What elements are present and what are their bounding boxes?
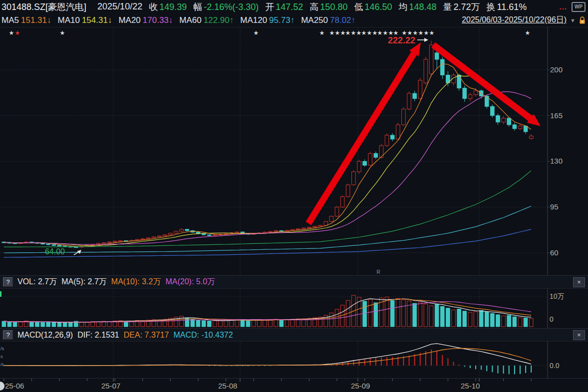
time-axis[interactable]: 25-0625-0725-0825-0925-10 (0, 378, 588, 392)
svg-text:★: ★ (319, 29, 325, 36)
svg-text:★: ★ (60, 29, 65, 36)
quote-field: 高150.80 (309, 1, 347, 13)
svg-text:0: 0 (550, 315, 554, 323)
low-price-annotation: 64.00 (45, 247, 81, 256)
wp-badge-label: WP (575, 4, 583, 9)
ma-indicator-bar: MA5151.31↓MA10154.31↓MA20170.33↓MA60122.… (0, 13, 588, 27)
svg-text:★: ★ (418, 29, 424, 36)
svg-text:★: ★ (383, 29, 388, 36)
volume-help-button[interactable]: ? (3, 277, 13, 287)
wp-monitor-icon[interactable]: WP (572, 2, 586, 12)
svg-text:222.22: 222.22 (388, 35, 415, 45)
volume-close-button[interactable]: × (573, 277, 585, 287)
indicator-value: MACD(12,26,9) (17, 331, 73, 340)
date-range-controls: 2025/06/03-2025/10/22(96日) ▼ (462, 15, 588, 25)
downtrend-arrow (433, 45, 541, 126)
svg-text:64.00: 64.00 (45, 247, 65, 256)
macd-help-button[interactable]: ? (3, 330, 13, 340)
svg-text:★: ★ (424, 29, 429, 36)
indicator-value: MA(20): 5.0万 (165, 277, 215, 287)
ma-value-item: MA60122.90↑ (179, 15, 234, 25)
clock-icon (0, 382, 4, 391)
indicator-value: VOL: 2.7万 (17, 277, 57, 287)
candlestick-series (2, 41, 533, 248)
svg-text:★: ★ (335, 29, 340, 36)
svg-text:★: ★ (329, 29, 335, 36)
svg-text:25-07: 25-07 (101, 382, 120, 390)
quote-field: 量2.72万 (443, 1, 480, 13)
indicator-value: DEA: 7.3717 (124, 331, 169, 340)
indicator-value: DIF: 2.1531 (77, 331, 119, 340)
quote-field: 开147.52 (265, 1, 303, 13)
ma-value-item: MA5151.31↓ (1, 15, 51, 25)
main-candlestick-chart[interactable]: 2001651309560★★★★★★★★★★★★★★★★★★★★★★★★★R2… (0, 27, 588, 275)
svg-text:10万: 10万 (550, 292, 565, 300)
peak-price-annotation: 222.22 (388, 35, 428, 45)
indicator-value: MA(5): 2.7万 (61, 277, 107, 287)
macd-indicator-values: MACD(12,26,9)DIF: 2.1531DEA: 7.3717MACD:… (17, 331, 233, 340)
volume-panel-header: ? VOL: 2.7万MA(5): 2.7万MA(10): 3.2万MA(20)… (0, 275, 588, 289)
macd-histogram (3, 350, 532, 375)
svg-text:25-10: 25-10 (461, 382, 480, 390)
quote-date: 2025/10/22 (97, 1, 142, 12)
svg-text:s: s (0, 354, 3, 359)
ma-values: MA5151.31↓MA10154.31↓MA20170.33↓MA60122.… (1, 15, 362, 25)
more-ellipsis[interactable]: ... (559, 2, 567, 11)
macd-chart[interactable]: 0.0/ss/s (0, 341, 588, 378)
svg-text:★: ★ (15, 29, 20, 36)
indicator-value: MACD: -10.4372 (174, 331, 233, 340)
svg-text:25-09: 25-09 (351, 382, 370, 390)
svg-text:★: ★ (254, 29, 259, 36)
quote-field: 均148.48 (398, 1, 436, 13)
svg-text:60: 60 (550, 248, 559, 257)
svg-text:★: ★ (429, 29, 435, 36)
volume-indicator-values: VOL: 2.7万MA(5): 2.7万MA(10): 3.2万MA(20): … (17, 277, 215, 287)
svg-text:130: 130 (550, 157, 563, 165)
svg-text:25-06: 25-06 (5, 382, 24, 390)
ma-value-item: MA25078.02↑ (301, 15, 355, 25)
svg-text:R: R (376, 269, 380, 275)
ma-value-item: MA12095.73↑ (240, 15, 294, 25)
stock-symbol: 301488.SZ[豪恩汽电] (1, 1, 86, 13)
stock-chart-app: 301488.SZ[豪恩汽电] 2025/10/22 收149.39幅-2.16… (0, 0, 588, 392)
left-edge-fragment (0, 291, 1, 297)
volume-chart[interactable]: 10万0 (0, 288, 588, 328)
quote-field: 换11.61% (487, 1, 527, 13)
svg-text:/s: /s (0, 362, 4, 367)
svg-text:★: ★ (351, 29, 356, 36)
svg-text:★: ★ (367, 29, 372, 36)
svg-text:★: ★ (377, 29, 383, 36)
quote-title-bar: 301488.SZ[豪恩汽电] 2025/10/22 收149.39幅-2.16… (0, 0, 588, 13)
date-range-selector[interactable]: 2025/06/03-2025/10/22(96日) (462, 15, 567, 25)
svg-text:95: 95 (550, 202, 559, 211)
indicator-value: MA(10): 3.2万 (111, 277, 161, 287)
uptrend-arrow (308, 42, 421, 223)
svg-text:0.0: 0.0 (550, 362, 560, 370)
chevron-down-icon[interactable]: ▼ (570, 17, 576, 23)
svg-text:★: ★ (361, 29, 367, 36)
svg-text:/s: /s (0, 346, 4, 351)
quote-field: 幅-2.16%(-3.30) (193, 1, 259, 13)
svg-text:165: 165 (550, 111, 563, 120)
svg-text:★: ★ (345, 29, 351, 36)
svg-text:★: ★ (9, 29, 14, 36)
macd-close-button[interactable]: × (573, 330, 585, 340)
ma-value-item: MA10154.31↓ (57, 15, 112, 25)
macd-panel-header: ? MACD(12,26,9)DIF: 2.1531DEA: 7.3717MAC… (0, 328, 588, 342)
quote-field: 收149.39 (149, 1, 187, 13)
limit-up-star-markers: ★★★★★★★★★★★★★★★★★★★★★★★★★ (9, 29, 531, 36)
quote-fields: 收149.39幅-2.16%(-3.30)开147.52高150.80低146.… (142, 1, 527, 13)
svg-text:200: 200 (550, 65, 563, 74)
quote-field: 低146.50 (354, 1, 392, 13)
ma-value-item: MA20170.33↓ (118, 15, 173, 25)
svg-text:★: ★ (525, 29, 531, 36)
lock-icon[interactable] (579, 16, 586, 24)
svg-text:25-08: 25-08 (218, 382, 237, 390)
